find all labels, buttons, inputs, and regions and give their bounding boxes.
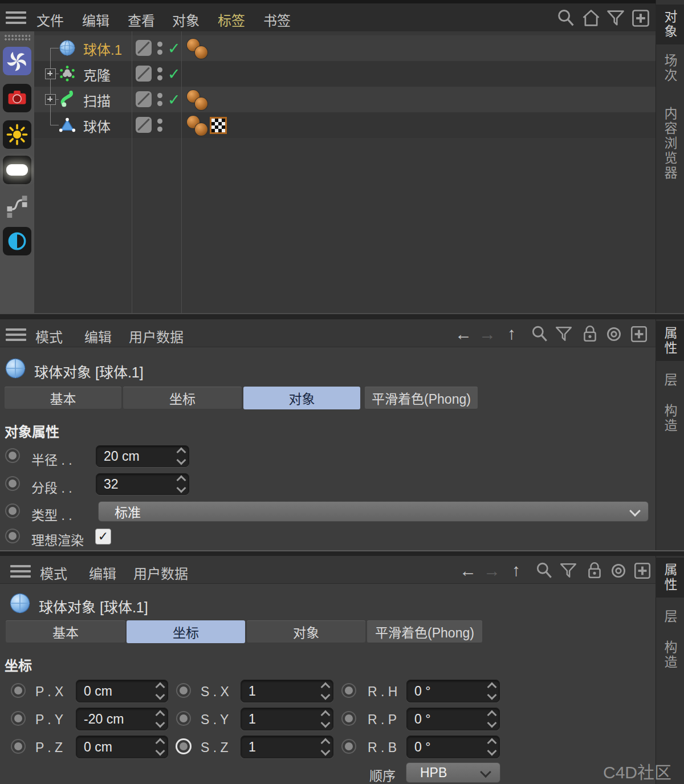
tab-object[interactable]: 对象: [247, 620, 365, 643]
tab-object[interactable]: 对象: [243, 387, 360, 409]
filter-icon[interactable]: [605, 8, 626, 29]
back-arrow-icon[interactable]: ←: [459, 562, 477, 579]
menu-file[interactable]: 文件: [36, 10, 64, 30]
menu-objects[interactable]: 对象: [172, 10, 199, 30]
forward-arrow-icon[interactable]: →: [483, 562, 500, 579]
layer-toggle-icon[interactable]: [136, 66, 152, 82]
menu-view[interactable]: 查看: [128, 10, 155, 30]
lock-icon[interactable]: [585, 561, 604, 580]
layer-toggle-icon[interactable]: [136, 40, 152, 56]
home-icon[interactable]: [581, 8, 601, 29]
enabled-check-icon[interactable]: ✓: [168, 65, 181, 83]
up-arrow-icon[interactable]: ↑: [512, 562, 520, 579]
keyframe-record-circle[interactable]: [12, 684, 25, 697]
keyframe-record-circle[interactable]: [6, 477, 19, 490]
side-tab-objects[interactable]: 对象: [656, 5, 684, 44]
search-icon[interactable]: [530, 324, 549, 344]
sy-input[interactable]: 1: [241, 708, 333, 730]
side-tab-takes[interactable]: 场次: [656, 50, 684, 87]
object-name[interactable]: 球体.1: [83, 38, 122, 58]
enabled-check-icon[interactable]: ✓: [168, 91, 181, 109]
keyframe-record-circle[interactable]: [6, 505, 19, 517]
object-row-sphere1[interactable]: 球体.1 ✓: [34, 35, 656, 61]
up-arrow-icon[interactable]: ↑: [507, 325, 516, 342]
hamburger-menu-icon[interactable]: [6, 11, 26, 24]
back-arrow-icon[interactable]: ←: [455, 326, 472, 343]
expand-plus-icon[interactable]: [45, 68, 56, 79]
sx-input[interactable]: 1: [241, 680, 333, 702]
rh-input[interactable]: 0 °: [406, 680, 500, 702]
xpresso-icon[interactable]: [3, 192, 31, 221]
object-row-cloner[interactable]: 克隆 ✓: [34, 61, 656, 87]
stepper-icon[interactable]: [322, 740, 329, 754]
layer-toggle-icon[interactable]: [136, 91, 152, 107]
cloner-object-icon[interactable]: [59, 65, 76, 82]
tab-phong[interactable]: 平滑着色(Phong): [367, 620, 482, 643]
menu-bookmarks[interactable]: 书签: [263, 10, 291, 30]
stepper-icon[interactable]: [178, 449, 185, 464]
material-tag-icon[interactable]: [195, 98, 207, 110]
render-visibility-dot[interactable]: [157, 101, 162, 106]
keyframe-record-circle[interactable]: [6, 530, 19, 542]
keyframe-record-circle[interactable]: [177, 712, 190, 725]
editor-visibility-dot[interactable]: [157, 67, 162, 72]
side-tab-attributes[interactable]: 属性: [656, 558, 684, 598]
pz-input[interactable]: 0 cm: [76, 736, 168, 758]
keyframe-record-circle[interactable]: [6, 449, 19, 462]
object-name[interactable]: 扫描: [83, 90, 111, 109]
forward-arrow-icon[interactable]: →: [479, 326, 496, 343]
rb-input[interactable]: 0 °: [406, 736, 500, 758]
side-tab-content-browser[interactable]: 内容浏览器: [656, 95, 684, 193]
hamburger-menu-icon[interactable]: [6, 328, 26, 341]
keyframe-record-circle[interactable]: [343, 740, 355, 753]
editor-visibility-dot[interactable]: [157, 42, 162, 47]
layer-toggle-icon[interactable]: [136, 117, 152, 133]
side-tab-layers[interactable]: 层: [656, 368, 684, 393]
tab-coord[interactable]: 坐标: [123, 387, 242, 409]
object-name[interactable]: 球体: [83, 115, 111, 135]
stepper-icon[interactable]: [157, 684, 164, 698]
sweep-object-icon[interactable]: [59, 91, 76, 108]
texture-tag-icon[interactable]: [210, 117, 227, 134]
filter-icon[interactable]: [559, 561, 578, 580]
hamburger-menu-icon[interactable]: [10, 565, 31, 578]
stepper-icon[interactable]: [322, 712, 329, 726]
menu-tags[interactable]: 标签: [218, 10, 245, 30]
stepper-icon[interactable]: [488, 684, 495, 698]
search-icon[interactable]: [535, 561, 554, 580]
attr-menu-edit[interactable]: 编辑: [89, 563, 116, 583]
object-row-sweep[interactable]: 扫描 ✓: [34, 87, 656, 112]
add-panel-icon[interactable]: [630, 8, 651, 29]
expand-plus-icon[interactable]: [45, 94, 56, 105]
light-sun-icon[interactable]: [3, 120, 31, 149]
add-panel-icon[interactable]: [629, 324, 649, 344]
side-tab-structure[interactable]: 构造: [656, 399, 684, 438]
stepper-icon[interactable]: [157, 712, 164, 726]
area-light-icon[interactable]: [3, 156, 31, 184]
sz-input[interactable]: 1: [241, 736, 333, 758]
stepper-icon[interactable]: [488, 712, 495, 726]
shading-half-sphere-icon[interactable]: [3, 227, 31, 255]
sphere-object-icon[interactable]: [59, 39, 76, 56]
object-row-polygon-sphere[interactable]: 球体: [34, 112, 656, 138]
keyframe-record-circle[interactable]: [12, 712, 25, 725]
attr-menu-userdata[interactable]: 用户数据: [133, 563, 188, 583]
keyframe-record-circle[interactable]: [343, 684, 355, 697]
side-tab-attributes[interactable]: 属性: [656, 321, 684, 361]
render-visibility-dot[interactable]: [157, 50, 162, 55]
side-tab-layers[interactable]: 层: [656, 604, 684, 629]
attr-menu-edit[interactable]: 编辑: [84, 326, 112, 346]
lock-icon[interactable]: [580, 324, 600, 344]
sidebar-grip-handle[interactable]: [4, 34, 30, 42]
record-target-icon[interactable]: [609, 561, 628, 580]
order-dropdown[interactable]: HPB: [406, 762, 500, 783]
attr-menu-mode[interactable]: 模式: [40, 563, 67, 583]
stepper-icon[interactable]: [157, 740, 164, 754]
tab-phong[interactable]: 平滑着色(Phong): [365, 387, 478, 409]
segments-input[interactable]: 32: [96, 473, 189, 495]
rp-input[interactable]: 0 °: [406, 708, 500, 730]
attr-menu-userdata[interactable]: 用户数据: [129, 326, 184, 346]
attr-menu-mode[interactable]: 模式: [35, 326, 63, 346]
editor-visibility-dot[interactable]: [157, 119, 162, 124]
side-tab-structure[interactable]: 构造: [656, 635, 684, 675]
